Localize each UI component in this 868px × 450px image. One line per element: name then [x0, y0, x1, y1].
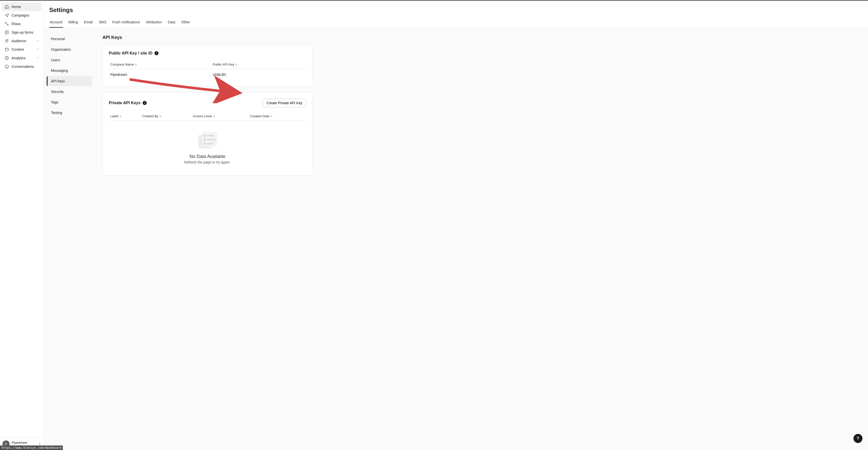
home-icon — [4, 4, 9, 9]
sidebar-item-conversations[interactable]: Conversations — [2, 62, 42, 71]
sort-icon: ⇅ — [271, 115, 273, 118]
sort-icon: ⇅ — [235, 63, 237, 66]
help-button[interactable]: ? — [854, 434, 863, 443]
tab-billing[interactable]: Billing — [68, 18, 79, 28]
public-key-table: Company Name⇅ Public API Key⇅ Pipedream … — [109, 60, 306, 80]
col-created-by[interactable]: Created By⇅ — [141, 112, 191, 121]
public-card-title: Public API Key / site ID — [109, 51, 152, 56]
tab-email[interactable]: Email — [83, 18, 93, 28]
subnav-messaging[interactable]: Messaging — [47, 66, 92, 75]
audience-icon — [4, 39, 9, 43]
sidebar-item-label: Home — [11, 5, 21, 9]
empty-illustration-icon — [197, 131, 218, 150]
subnav-personal[interactable]: Personal — [47, 34, 92, 44]
page-header: Settings — [44, 0, 868, 18]
col-text: Access Level — [193, 114, 212, 118]
settings-tabs: Account Billing Email SMS Push notificat… — [44, 18, 868, 28]
sort-icon: ⇅ — [213, 115, 215, 118]
tab-account[interactable]: Account — [49, 18, 63, 28]
empty-state: No Data Available Refresh the page to tr… — [109, 121, 306, 169]
subnav-users[interactable]: Users — [47, 55, 92, 65]
svg-rect-13 — [207, 139, 216, 140]
sidebar-item-campaigns[interactable]: Campaigns — [2, 11, 42, 20]
main: Settings Account Billing Email SMS Push … — [44, 0, 868, 450]
col-label: Public API Key — [213, 63, 234, 66]
create-private-key-button[interactable]: Create Private API Key — [263, 99, 306, 107]
col-text: Created Date — [250, 114, 269, 118]
public-key-card: Public API Key / site ID i Company Name⇅… — [102, 45, 312, 86]
col-text: Label — [110, 114, 118, 118]
sort-icon: ⇅ — [135, 63, 137, 66]
sidebar-item-label: Flows — [11, 22, 21, 26]
page-title: Settings — [49, 6, 863, 13]
tab-push[interactable]: Push notifications — [112, 18, 141, 28]
sidebar-item-signup-forms[interactable]: Sign-up forms — [2, 28, 42, 37]
sidebar-item-flows[interactable]: Flows — [2, 20, 42, 28]
col-access-level[interactable]: Access Level⇅ — [191, 112, 248, 121]
sidebar-item-label: Analytics — [11, 56, 26, 60]
sidebar-item-label: Content — [11, 47, 24, 52]
sidebar: Home Campaigns Flows Sign-up forms Audie… — [0, 0, 44, 450]
chat-icon — [4, 64, 9, 69]
sidebar-item-analytics[interactable]: Analytics — [2, 54, 42, 62]
subnav-organization[interactable]: Organization — [47, 44, 92, 55]
svg-point-7 — [5, 65, 8, 68]
subnav-security[interactable]: Security — [47, 87, 92, 97]
content-area: Personal Organization Users Messaging AP… — [44, 28, 868, 450]
empty-subtitle: Refresh the page to try again. — [109, 160, 306, 164]
svg-rect-5 — [5, 48, 8, 51]
col-created-date[interactable]: Created Date⇅ — [248, 112, 306, 121]
table-row: Pipedream UN6LBC — [109, 69, 306, 81]
info-icon[interactable]: i — [143, 101, 147, 105]
svg-rect-15 — [207, 143, 214, 144]
status-bar-url: https://www.klaviyo.com/dashboard — [0, 446, 63, 450]
sidebar-item-audience[interactable]: Audience — [2, 37, 42, 45]
section-title: API Keys — [102, 35, 312, 40]
private-key-card: Private API Keys i Create Private API Ke… — [102, 92, 312, 175]
private-card-title: Private API Keys — [109, 101, 141, 105]
chevron-down-icon — [36, 39, 39, 43]
send-icon — [4, 13, 9, 18]
subnav-tags[interactable]: Tags — [47, 97, 92, 107]
svg-rect-10 — [204, 134, 206, 137]
form-icon — [4, 30, 9, 35]
chevron-down-icon — [36, 47, 39, 52]
sidebar-item-label: Audience — [11, 39, 26, 43]
sort-icon: ⇅ — [159, 115, 161, 118]
tab-sms[interactable]: SMS — [98, 18, 107, 28]
user-name: Pipedream — [11, 441, 36, 445]
cell-company: Pipedream — [109, 69, 211, 81]
sidebar-item-label: Conversations — [11, 65, 34, 69]
sidebar-item-content[interactable]: Content — [2, 45, 42, 54]
col-label[interactable]: Label⇅ — [109, 112, 141, 121]
analytics-icon — [4, 56, 9, 60]
settings-subnav: Personal Organization Users Messaging AP… — [44, 28, 94, 450]
tab-other[interactable]: Other — [181, 18, 191, 28]
empty-title: No Data Available — [109, 154, 306, 159]
tab-attribution[interactable]: Attribution — [146, 18, 162, 28]
cell-key: UN6LBC — [211, 69, 306, 81]
col-label: Company Name — [110, 63, 134, 66]
svg-point-3 — [6, 40, 7, 41]
col-public-key[interactable]: Public API Key⇅ — [211, 60, 306, 69]
svg-rect-12 — [204, 138, 206, 141]
col-text: Created By — [142, 114, 158, 118]
chevron-down-icon — [36, 56, 39, 60]
sort-icon: ⇅ — [119, 115, 121, 118]
flow-icon — [4, 22, 9, 26]
info-icon[interactable]: i — [154, 51, 158, 55]
col-company-name[interactable]: Company Name⇅ — [109, 60, 211, 69]
subnav-api-keys[interactable]: API keys — [47, 76, 92, 86]
sidebar-item-home[interactable]: Home — [2, 2, 42, 11]
content-icon — [4, 47, 9, 52]
sidebar-item-label: Campaigns — [11, 13, 29, 17]
tab-data[interactable]: Data — [167, 18, 176, 28]
subnav-testing[interactable]: Testing — [47, 108, 92, 118]
content: API Keys Public API Key / site ID i Comp… — [94, 28, 320, 450]
sidebar-nav: Home Campaigns Flows Sign-up forms Audie… — [0, 0, 44, 438]
svg-rect-14 — [204, 142, 206, 145]
svg-rect-11 — [207, 135, 215, 136]
sidebar-item-label: Sign-up forms — [11, 30, 33, 34]
svg-point-4 — [7, 39, 8, 40]
private-key-table: Label⇅ Created By⇅ Access Level⇅ Created… — [109, 112, 306, 121]
